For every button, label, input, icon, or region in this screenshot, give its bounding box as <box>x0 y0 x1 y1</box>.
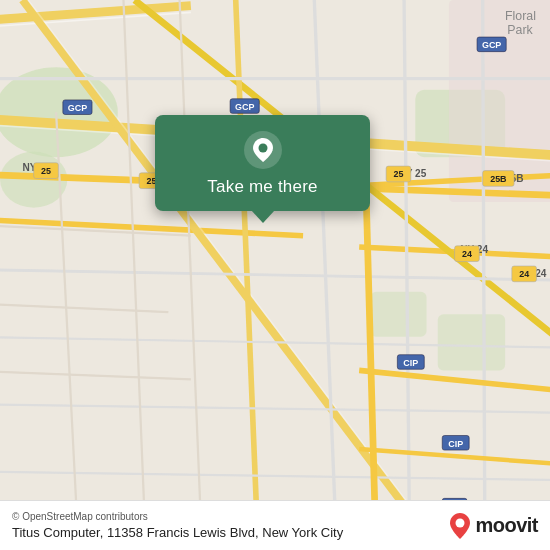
svg-text:Floral: Floral <box>505 9 536 23</box>
copyright-text: © OpenStreetMap contributors <box>12 511 343 522</box>
svg-text:Park: Park <box>507 23 533 37</box>
bottom-bar-info: © OpenStreetMap contributors Titus Compu… <box>12 511 343 540</box>
location-pin-icon <box>244 131 282 169</box>
map-roads: I 295 GCP GCP GCP NY 25 NY 25 NY 25 NY 2… <box>0 0 550 550</box>
moovit-logo: moovit <box>449 512 538 540</box>
svg-point-79 <box>258 144 267 153</box>
svg-text:25: 25 <box>41 166 51 176</box>
svg-text:GCP: GCP <box>68 103 87 113</box>
svg-text:CIP: CIP <box>448 439 463 449</box>
moovit-wordmark: moovit <box>475 514 538 537</box>
svg-rect-4 <box>370 292 426 337</box>
svg-text:25B: 25B <box>490 174 507 184</box>
svg-text:GCP: GCP <box>482 40 501 50</box>
moovit-pin-icon <box>449 512 471 540</box>
svg-text:24: 24 <box>519 269 529 279</box>
svg-point-80 <box>456 518 465 527</box>
svg-rect-5 <box>438 314 505 370</box>
svg-text:CIP: CIP <box>403 358 418 368</box>
popup-card: Take me there <box>155 115 370 211</box>
bottom-bar: © OpenStreetMap contributors Titus Compu… <box>0 500 550 550</box>
address-text: Titus Computer, 11358 Francis Lewis Blvd… <box>12 525 343 540</box>
svg-text:GCP: GCP <box>235 102 254 112</box>
map-container: I 295 GCP GCP GCP NY 25 NY 25 NY 25 NY 2… <box>0 0 550 550</box>
svg-point-1 <box>0 67 118 157</box>
svg-line-21 <box>483 0 485 550</box>
svg-text:25: 25 <box>393 169 403 179</box>
svg-text:24: 24 <box>462 249 472 259</box>
take-me-there-button[interactable]: Take me there <box>207 177 317 197</box>
